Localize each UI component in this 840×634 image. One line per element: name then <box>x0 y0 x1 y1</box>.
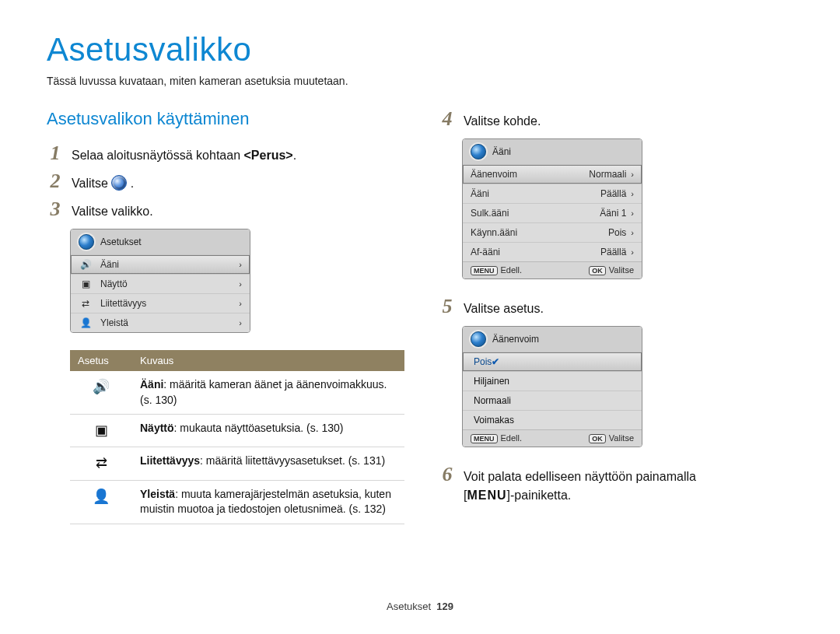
connectivity-icon: ⇄ <box>70 447 132 480</box>
table-row: ⇄ Liitettävyys: määritä liitettävyysaset… <box>70 447 404 480</box>
cam3-foot-right: Valitse <box>609 433 634 443</box>
step-4: 4 Valitse kohde. <box>439 109 793 131</box>
step-6-text-a: Voit palata edelliseen näyttöön painamal… <box>464 470 696 483</box>
cam2-row-label: Sulk.ääni <box>471 208 600 219</box>
person-icon: 👤 <box>79 317 93 328</box>
speaker-icon: 🔊 <box>70 371 132 415</box>
chevron-right-icon: › <box>631 170 634 179</box>
row-name: Yleistä <box>140 488 175 500</box>
step-5-text: Valitse asetus. <box>464 299 544 318</box>
left-column: Asetusvalikon käyttäminen 1 Selaa aloitu… <box>47 109 401 524</box>
cam3-row-label: Normaali <box>474 395 511 406</box>
cam2-row: Sulk.ääni Ääni 1 › <box>463 203 642 222</box>
chevron-right-icon: › <box>631 189 634 198</box>
row-name: Ääni <box>140 378 163 391</box>
row-name: Näyttö <box>140 422 174 434</box>
person-icon: 👤 <box>70 480 132 524</box>
cam2-row: Äänenvoim Normaali › <box>463 164 642 184</box>
chevron-right-icon: › <box>239 318 242 328</box>
cam1-row-yleista: 👤 Yleistä › <box>71 313 250 332</box>
cam1-row-naytto: ▣ Näyttö › <box>71 274 250 293</box>
gear-bullet-icon <box>471 331 486 347</box>
intro-text: Tässä luvussa kuvataan, miten kameran as… <box>47 75 793 87</box>
page-footer: Asetukset 129 <box>0 601 840 612</box>
page-title: Asetusvalikko <box>47 31 793 68</box>
step-number: 3 <box>47 199 64 219</box>
cam3-foot-left: Edell. <box>501 433 523 443</box>
right-column: 4 Valitse kohde. Ääni Äänenvoim Normaali… <box>439 109 793 524</box>
cam1-row-label: Ääni <box>100 259 239 270</box>
step-1-text-pre: Selaa aloitusnäytössä kohtaan <box>72 149 243 162</box>
cam3-row: Normaali <box>463 391 642 410</box>
camera-menu-asetukset: Asetukset 🔊 Ääni › ▣ Näyttö › ⇄ <box>70 229 250 333</box>
row-desc: : muuta kamerajärjestelmän asetuksia, ku… <box>140 488 391 516</box>
step-1-text-post: . <box>293 149 296 162</box>
cam2-row-value: Ääni 1 <box>600 208 626 219</box>
cam3-row: Pois ✔ <box>463 352 642 371</box>
cam3-row-label: Hiljainen <box>474 376 509 387</box>
th-asetus: Asetus <box>70 350 132 371</box>
cam2-row-value: Päällä <box>600 247 626 257</box>
step-3: 3 Valitse valikko. <box>47 199 401 221</box>
cam2-row: Ääni Päällä › <box>463 184 642 203</box>
row-name: Liitettävyys <box>140 454 200 467</box>
step-1: 1 Selaa aloitusnäytössä kohtaan <Perus>. <box>47 143 401 165</box>
cam2-title: Ääni <box>492 146 511 157</box>
screen-icon: ▣ <box>70 415 132 447</box>
cam3-footer: MENUEdell. OKValitse <box>463 429 642 447</box>
cam2-footer: MENUEdell. OKValitse <box>463 261 642 278</box>
step-3-text: Valitse valikko. <box>72 202 153 221</box>
chevron-right-icon: › <box>239 299 242 308</box>
ok-key-icon: OK <box>589 434 606 443</box>
cam2-row: Käynn.ääni Pois › <box>463 222 642 242</box>
step-2-text-post: . <box>131 177 134 190</box>
step-number: 2 <box>47 171 64 191</box>
cam2-row-value: Päällä <box>600 188 626 199</box>
cam2-row-label: Ääni <box>471 188 600 199</box>
cam2-foot-left: Edell. <box>501 265 523 275</box>
cam1-row-aani: 🔊 Ääni › <box>71 254 250 274</box>
connectivity-icon: ⇄ <box>79 298 93 309</box>
cam2-row-label: Käynn.ääni <box>471 227 608 238</box>
cam3-row-label: Voimakas <box>474 415 514 426</box>
step-6-text-b: -painiketta. <box>510 489 571 502</box>
step-5: 5 Valitse asetus. <box>439 296 793 318</box>
footer-label: Asetukset <box>387 601 431 612</box>
step-2-text-pre: Valitse <box>72 177 111 190</box>
section-heading: Asetusvalikon käyttäminen <box>47 109 401 129</box>
step-number: 4 <box>439 109 456 129</box>
cam2-row-value: Normaali <box>589 169 626 180</box>
gear-bullet-icon <box>79 234 94 250</box>
row-desc: : mukauta näyttöasetuksia. (s. 130) <box>174 422 344 434</box>
step-number: 6 <box>439 464 456 485</box>
cam2-row-value: Pois <box>608 227 626 238</box>
ok-key-icon: OK <box>589 266 606 275</box>
cam2-row: Af-ääni Päällä › <box>463 242 642 261</box>
table-row: ▣ Näyttö: mukauta näyttöasetuksia. (s. 1… <box>70 415 404 447</box>
gear-bullet-icon <box>471 144 486 159</box>
cam1-row-label: Näyttö <box>100 278 239 289</box>
cam1-row-label: Liitettävyys <box>100 298 239 309</box>
menu-label: MENU <box>467 489 506 502</box>
step-4-text: Valitse kohde. <box>464 112 541 131</box>
cam3-row: Voimakas <box>463 410 642 429</box>
checkmark-icon: ✔ <box>492 356 499 367</box>
cam3-title: Äänenvoim <box>492 334 539 345</box>
table-row: 👤 Yleistä: muuta kamerajärjestelmän aset… <box>70 480 404 524</box>
chevron-right-icon: › <box>239 260 242 269</box>
chevron-right-icon: › <box>631 247 634 257</box>
cam1-row-label: Yleistä <box>100 317 239 328</box>
step-2: 2 Valitse . <box>47 171 401 193</box>
camera-menu-aanenvoim: Äänenvoim Pois ✔ Hiljainen Normaali Voim… <box>462 326 642 447</box>
cam1-title: Asetukset <box>100 236 142 247</box>
cam2-foot-right: Valitse <box>609 265 634 275</box>
chevron-right-icon: › <box>631 208 634 218</box>
footer-page: 129 <box>436 601 453 612</box>
speaker-icon: 🔊 <box>79 259 93 270</box>
step-number: 1 <box>47 143 64 163</box>
screen-icon: ▣ <box>79 278 93 289</box>
th-kuvaus: Kuvaus <box>132 350 404 371</box>
chevron-right-icon: › <box>239 279 242 289</box>
cam3-row: Hiljainen <box>463 371 642 391</box>
cam1-row-liitettavyys: ⇄ Liitettävyys › <box>71 293 250 313</box>
